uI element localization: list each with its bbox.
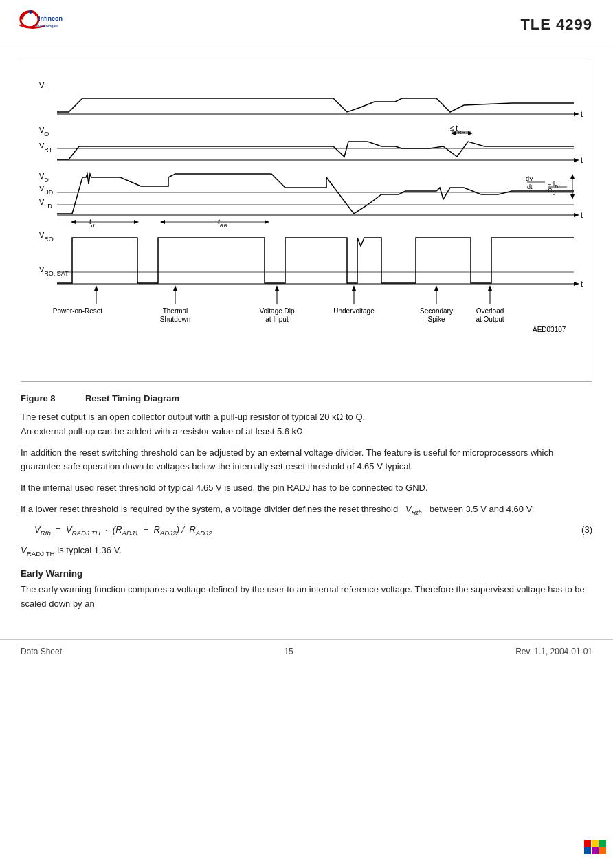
footer-left: Data Sheet — [21, 647, 62, 656]
svg-text:VD: VD — [39, 172, 49, 183]
svg-rect-75 — [584, 847, 591, 854]
section-heading-early-warning: Early Warning — [21, 568, 592, 579]
svg-point-1 — [29, 10, 32, 14]
svg-rect-76 — [592, 847, 599, 854]
svg-marker-65 — [488, 285, 492, 291]
svg-rect-73 — [592, 840, 599, 847]
svg-rect-74 — [599, 840, 606, 847]
body-para4: If a lower reset threshold is required b… — [21, 502, 592, 518]
svg-text:t: t — [581, 211, 583, 219]
figure-number: Figure 8 — [21, 393, 56, 403]
svg-text:t: t — [581, 110, 583, 118]
svg-marker-39 — [265, 220, 269, 224]
svg-text:VO: VO — [39, 126, 49, 137]
svg-marker-43 — [574, 282, 579, 286]
svg-text:VRT: VRT — [39, 142, 53, 153]
svg-rect-77 — [599, 847, 606, 854]
formula-block: VRth = VRADJ TH · (RADJ1 + RADJ2) / RADJ… — [34, 524, 592, 537]
svg-text:td: td — [89, 218, 95, 229]
color-mark — [584, 840, 606, 861]
svg-text:Shutdown: Shutdown — [160, 315, 190, 323]
svg-marker-58 — [352, 285, 356, 291]
body-para2: In addition the reset switching threshol… — [21, 446, 592, 475]
vi-label: VI — [39, 81, 46, 93]
svg-marker-28 — [574, 213, 579, 217]
svg-marker-25 — [570, 174, 575, 179]
svg-text:VLD: VLD — [39, 198, 52, 210]
svg-text:Secondary: Secondary — [420, 307, 453, 315]
body-para5: The early warning function compares a vo… — [21, 583, 592, 612]
timing-diagram: VI t VO VRT ≤ tRR t — [31, 67, 582, 372]
svg-marker-34 — [71, 220, 76, 224]
svg-text:dt: dt — [527, 183, 533, 190]
infineon-logo: Infineon technologies — [14, 8, 76, 41]
svg-marker-50 — [173, 285, 177, 291]
svg-text:Voltage Dip: Voltage Dip — [259, 307, 295, 315]
svg-text:t: t — [581, 280, 583, 288]
svg-text:Overload: Overload — [476, 307, 504, 315]
svg-marker-54 — [275, 285, 279, 291]
page-footer: Data Sheet 15 Rev. 1.1, 2004-01-01 — [0, 639, 613, 663]
page-header: Infineon technologies TLE 4299 — [0, 0, 613, 47]
diagram-box: VI t VO VRT ≤ tRR t — [21, 60, 592, 382]
svg-text:dV: dV — [526, 175, 533, 182]
figure-title: Reset Timing Diagram — [85, 393, 179, 403]
body-para3: If the internal used reset threshold of … — [21, 481, 592, 496]
svg-marker-38 — [160, 220, 165, 224]
svg-marker-47 — [94, 285, 98, 291]
svg-text:Thermal: Thermal — [163, 307, 188, 315]
svg-marker-5 — [574, 112, 579, 116]
svg-text:VRO: VRO — [39, 231, 54, 243]
svg-text:technologies: technologies — [36, 24, 58, 28]
formula-number: (3) — [581, 524, 592, 535]
svg-text:VUD: VUD — [39, 184, 54, 196]
footer-right: Rev. 1.1, 2004-01-01 — [515, 647, 592, 656]
svg-text:at Output: at Output — [476, 315, 504, 323]
svg-text:VRO, SAT: VRO, SAT — [39, 265, 69, 277]
svg-marker-26 — [570, 194, 575, 199]
svg-marker-35 — [134, 220, 139, 224]
svg-text:AED03107: AED03107 — [533, 326, 566, 333]
logo-area: Infineon technologies — [14, 8, 76, 41]
svg-marker-12 — [574, 158, 579, 162]
svg-text:tRR: tRR — [218, 218, 228, 229]
footer-center: 15 — [284, 647, 293, 656]
svg-text:Power-on-Reset: Power-on-Reset — [53, 307, 102, 315]
body-para1: The reset output is an open collector ou… — [21, 410, 592, 439]
figure-caption: Figure 8 Reset Timing Diagram — [21, 393, 592, 403]
svg-text:at Input: at Input — [265, 315, 289, 323]
page-title: TLE 4299 — [520, 16, 592, 34]
svg-rect-72 — [584, 840, 591, 847]
body-formula2: VRADJ TH is typical 1.36 V. — [21, 544, 592, 559]
svg-text:t: t — [581, 156, 583, 164]
svg-text:Spike: Spike — [427, 315, 445, 323]
main-content: VI t VO VRT ≤ tRR t — [0, 47, 613, 625]
svg-text:Infineon: Infineon — [38, 15, 63, 22]
svg-text:Undervoltage: Undervoltage — [333, 307, 375, 315]
svg-marker-61 — [434, 285, 438, 291]
